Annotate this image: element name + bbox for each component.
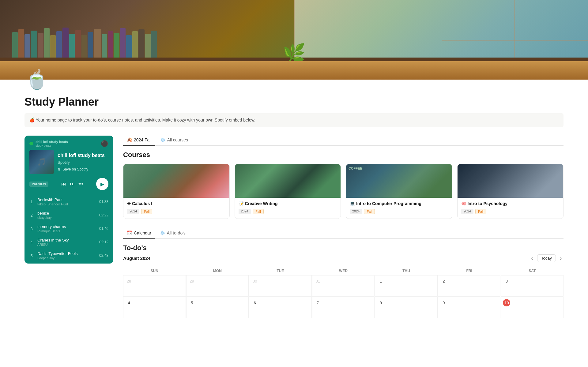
tab-all-label: All courses — [167, 137, 188, 142]
course-icon-psychology: 🧠 — [461, 201, 468, 206]
course-thumbnail-programming: COFFEE — [346, 164, 452, 198]
track-name: Dad's Typewriter Feels — [37, 251, 96, 256]
cal-date: 8 — [377, 299, 384, 306]
course-body-calculus: ✚ Calculus I 2024 Fall — [123, 198, 229, 219]
tab-all-courses[interactable]: ❄️ All courses — [156, 136, 192, 146]
day-header-fri: Fri — [438, 267, 501, 275]
track-artist: okayokay — [37, 216, 96, 219]
course-card-psychology[interactable]: 🧠 Intro to Psychology 2024 Fall — [457, 164, 564, 219]
cal-cell[interactable]: 1 — [375, 275, 438, 297]
track-item[interactable]: 4 Cranes in the Sky ARISU 02:12 — [24, 235, 113, 249]
cal-cell[interactable]: 5 — [186, 297, 249, 318]
description-box: 🍎 Your home page to track your to-do's, … — [24, 113, 564, 127]
spotify-album-area: 🎵 chill lofi study beats Spotify ⊕ Save … — [24, 150, 113, 178]
next-button[interactable]: ⏭ — [70, 181, 75, 187]
course-tags-calculus: 2024 Fall — [127, 209, 226, 214]
day-header-wed: Wed — [312, 267, 375, 275]
cal-date: 4 — [125, 299, 133, 306]
course-icon-calculus: ✚ — [127, 201, 132, 206]
track-duration: 02:48 — [99, 253, 108, 258]
cal-cell[interactable]: 10 — [501, 297, 564, 318]
semester-tag: Fall — [364, 209, 375, 214]
cal-cell[interactable]: 31 — [312, 275, 375, 297]
cal-cell[interactable]: 2 — [438, 275, 501, 297]
track-duration: 01:46 — [99, 227, 108, 231]
course-thumbnail-calculus — [123, 164, 229, 198]
cal-cell[interactable]: 30 — [249, 275, 312, 297]
album-art: 🎵 — [29, 150, 54, 174]
plant-decoration: 🌿 — [283, 44, 306, 63]
track-item[interactable]: 5 Dad's Typewriter Feels Looper Boy 02:4… — [24, 249, 113, 262]
year-tag: 2024 — [239, 209, 251, 214]
nav-buttons: ‹ Today › — [530, 254, 564, 262]
track-info: Beckwith Park takeo, Spencer Hunt — [37, 197, 96, 206]
more-options-button[interactable]: ••• — [78, 181, 84, 187]
course-body-programming: 💻 Intro to Computer Programming 2024 Fal… — [346, 198, 452, 219]
tab-fall2024[interactable]: 🍂 2024 Fall — [123, 136, 155, 146]
cal-date: 30 — [251, 277, 258, 285]
cal-cell[interactable]: 4 — [123, 297, 186, 318]
course-card-programming[interactable]: COFFEE 💻 Intro to Computer Programming 2… — [346, 164, 452, 219]
todo-tabs: 📅 Calendar ❄️ All to-do's — [123, 229, 564, 239]
cal-cell[interactable]: 6 — [249, 297, 312, 318]
month-title: August 2024 — [123, 256, 150, 261]
day-header-sun: Sun — [123, 267, 186, 275]
tab-all-todos[interactable]: ❄️ All to-do's — [156, 229, 189, 239]
track-info: Dad's Typewriter Feels Looper Boy — [37, 251, 96, 260]
track-name: Cranes in the Sky — [37, 238, 96, 242]
semester-tag: Fall — [141, 209, 152, 214]
course-card-calculus[interactable]: ✚ Calculus I 2024 Fall — [123, 164, 230, 219]
avatar-area: 🍵 — [0, 67, 588, 92]
preview-badge: PREVIEW — [29, 182, 48, 187]
day-header-tue: Tue — [249, 267, 312, 275]
all-todos-icon: ❄️ — [160, 230, 165, 235]
control-buttons: ⏮ ⏭ ••• — [61, 181, 84, 187]
course-body-psychology: 🧠 Intro to Psychology 2024 Fall — [458, 198, 564, 219]
semester-tag: Fall — [475, 209, 486, 214]
track-duration: 02:12 — [99, 240, 108, 244]
day-header-sat: Sat — [501, 267, 564, 275]
fall-icon: 🍂 — [127, 137, 132, 142]
calendar-grid: Sun Mon Tue Wed Thu Fri Sat 28 29 30 31 … — [123, 267, 564, 318]
right-section: 🍂 2024 Fall ❄️ All courses Courses ✚ — [123, 136, 564, 318]
course-thumbnail-writing — [235, 164, 341, 198]
next-month-button[interactable]: › — [558, 255, 564, 262]
spotify-title-area: chill lofi study beats study beats — [36, 140, 101, 147]
main-content: Study Planner 🍎 Your home page to track … — [0, 92, 588, 331]
prev-button[interactable]: ⏮ — [61, 181, 66, 187]
course-card-writing[interactable]: 📝 Creative Writing 2024 Fall — [235, 164, 341, 219]
spotify-player: chill lofi study beats study beats ⚫ 🎵 c… — [24, 136, 113, 264]
track-number: 5 — [29, 253, 34, 258]
track-duration: 02:22 — [99, 213, 108, 217]
year-tag: 2024 — [461, 209, 473, 214]
tab-calendar[interactable]: 📅 Calendar — [123, 229, 155, 239]
prev-month-button[interactable]: ‹ — [530, 255, 535, 262]
save-spotify-button[interactable]: ⊕ Save on Spotify — [58, 167, 108, 171]
cal-date: 1 — [377, 277, 384, 285]
semester-tag: Fall — [253, 209, 264, 214]
today-button[interactable]: Today — [537, 254, 556, 262]
course-name-writing: 📝 Creative Writing — [239, 201, 337, 206]
track-item[interactable]: 3 memory charms Rustique Beats 01:46 — [24, 222, 113, 235]
track-artist: takeo, Spencer Hunt — [37, 202, 96, 206]
track-name: benice — [37, 211, 96, 215]
course-name-calculus: ✚ Calculus I — [127, 201, 226, 206]
track-number: 2 — [29, 213, 34, 218]
year-tag: 2024 — [350, 209, 362, 214]
track-artist: Rustique Beats — [37, 229, 96, 233]
course-thumbnail-psychology — [458, 164, 564, 198]
cal-date: 31 — [314, 277, 322, 285]
track-item[interactable]: 1 Beckwith Park takeo, Spencer Hunt 01:3… — [24, 195, 113, 208]
cal-cell[interactable]: 7 — [312, 297, 375, 318]
track-number: 4 — [29, 240, 34, 245]
cal-cell[interactable]: 3 — [501, 275, 564, 297]
play-button[interactable]: ▶ — [96, 178, 108, 190]
cal-date: 5 — [188, 299, 196, 306]
spotify-logo-icon: ⚫ — [101, 140, 108, 147]
cal-cell[interactable]: 8 — [375, 297, 438, 318]
cal-cell[interactable]: 9 — [438, 297, 501, 318]
track-item[interactable]: 2 benice okayokay 02:22 — [24, 208, 113, 222]
calendar-icon: 📅 — [127, 230, 132, 235]
cal-cell[interactable]: 28 — [123, 275, 186, 297]
cal-cell[interactable]: 29 — [186, 275, 249, 297]
